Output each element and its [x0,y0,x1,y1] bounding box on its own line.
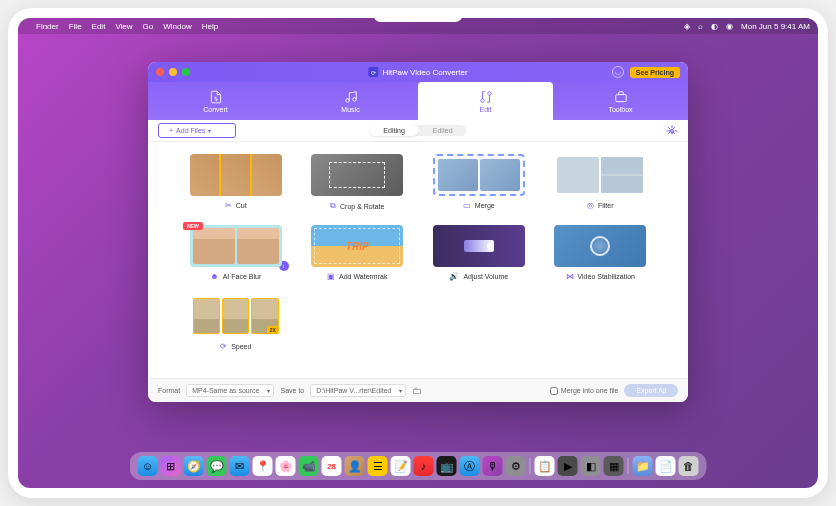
chevron-down-icon: ▾ [399,387,402,394]
search-icon[interactable]: ⌕ [698,22,703,31]
merge-thumbnail [433,154,525,196]
menubar-item[interactable]: Edit [92,22,106,31]
stabilize-icon: ⋈ [566,272,574,281]
filter-thumbnail [554,154,646,196]
tool-speed[interactable]: ⟳Speed [186,295,286,351]
app-title: HitPaw Video Converter [382,68,467,77]
dock-app-icon[interactable]: 📋 [535,456,555,476]
dock-file-icon[interactable]: 📄 [656,456,676,476]
control-center-icon[interactable]: ◐ [711,22,718,31]
main-tabs: Convert Music Edit Toolbox [148,82,688,120]
app-window: ⟳ HitPaw Video Converter ◡ See Pricing C… [148,62,688,402]
menubar-item[interactable]: Window [163,22,191,31]
menubar-item[interactable]: View [115,22,132,31]
dock-appstore-icon[interactable]: Ⓐ [460,456,480,476]
dock-podcasts-icon[interactable]: 🎙 [483,456,503,476]
tool-merge[interactable]: ▭Merge [429,154,529,211]
chevron-down-icon: ▾ [208,127,211,134]
dock-app-icon[interactable]: ◧ [581,456,601,476]
dock-safari-icon[interactable]: 🧭 [184,456,204,476]
app-logo-icon: ⟳ [368,67,378,77]
tab-edit[interactable]: Edit [418,82,553,120]
dock-app-icon[interactable]: ▦ [604,456,624,476]
music-icon [344,90,358,104]
convert-icon [209,90,223,104]
faceblur-thumbnail [190,225,282,267]
dock-trash-icon[interactable]: 🗑 [679,456,699,476]
volume-thumbnail [433,225,525,267]
tool-add-watermark[interactable]: TRIP ▣Add Watermrak [308,225,408,281]
dock-launchpad-icon[interactable]: ⊞ [161,456,181,476]
svg-point-0 [345,98,349,102]
watermark-icon: ▣ [327,272,335,281]
svg-point-3 [487,91,491,95]
watermark-thumbnail: TRIP [311,225,403,267]
svg-point-2 [480,98,484,102]
tool-cut[interactable]: ✂Cut [186,154,286,211]
merge-checkbox[interactable] [550,387,558,395]
folder-icon[interactable]: 🗀 [412,385,422,396]
tool-video-stabilization[interactable]: ⋈Video Stabilization [551,225,651,281]
add-files-button[interactable]: + Add Files ▾ [158,123,236,138]
subtab-editing[interactable]: Editing [369,125,418,136]
dock-app-icon[interactable]: ▶ [558,456,578,476]
sub-header: + Add Files ▾ Editing Edited [148,120,688,142]
menubar-app[interactable]: Finder [36,22,59,31]
speed-thumbnail [190,295,282,337]
macos-dock: ☺ ⊞ 🧭 💬 ✉ 📍 🌸 📹 28 👤 ☰ 📝 ♪ 📺 Ⓐ 🎙 ⚙ 📋 ▶ ◧… [130,452,707,480]
faceblur-icon: ☻ [210,272,218,281]
menubar-datetime[interactable]: Mon Jun 5 9:41 AM [741,22,810,31]
titlebar: ⟳ HitPaw Video Converter ◡ See Pricing [148,62,688,82]
stabilize-thumbnail [554,225,646,267]
dock-tv-icon[interactable]: 📺 [437,456,457,476]
dock-notes-icon[interactable]: 📝 [391,456,411,476]
cut-icon: ✂ [225,201,232,210]
dock-photos-icon[interactable]: 🌸 [276,456,296,476]
menubar-item[interactable]: Help [202,22,218,31]
plus-icon: + [169,127,173,134]
tool-adjust-volume[interactable]: 🔊Adjust Volume [429,225,529,281]
menubar-item[interactable]: Go [143,22,154,31]
siri-icon[interactable]: ◉ [726,22,733,31]
svg-rect-4 [615,94,626,101]
dock-downloads-icon[interactable]: 📁 [633,456,653,476]
user-icon[interactable]: ◡ [612,66,624,78]
dock-mail-icon[interactable]: ✉ [230,456,250,476]
see-pricing-button[interactable]: See Pricing [630,67,680,78]
export-all-button[interactable]: Export All [624,384,678,397]
saveto-select[interactable]: D:\HitPaw V...rter\Edited ▾ [310,384,406,397]
dock-finder-icon[interactable]: ☺ [138,456,158,476]
edit-icon [479,90,493,104]
speed-icon: ⟳ [220,342,227,351]
sub-tabs: Editing Edited [369,125,466,136]
tab-convert[interactable]: Convert [148,82,283,120]
tool-ai-face-blur[interactable]: NEW ↓ ☻AI Face Blur [186,225,286,281]
new-badge: NEW [183,222,203,230]
dock-calendar-icon[interactable]: 28 [322,456,342,476]
svg-point-1 [352,97,356,101]
crop-thumbnail [311,154,403,196]
dock-maps-icon[interactable]: 📍 [253,456,273,476]
maximize-button[interactable] [182,68,190,76]
tab-music[interactable]: Music [283,82,418,120]
dock-music-icon[interactable]: ♪ [414,456,434,476]
dock-facetime-icon[interactable]: 📹 [299,456,319,476]
subtab-edited[interactable]: Edited [419,125,467,136]
crop-icon: ⧉ [330,201,336,211]
menubar-item[interactable]: File [69,22,82,31]
tool-filter[interactable]: ◎Filter [551,154,651,211]
close-button[interactable] [156,68,164,76]
settings-icon[interactable] [666,125,678,137]
format-select[interactable]: MP4-Same as source ▾ [186,384,274,397]
dock-messages-icon[interactable]: 💬 [207,456,227,476]
saveto-label: Save to [280,387,304,394]
dock-contacts-icon[interactable]: 👤 [345,456,365,476]
footer-bar: Format MP4-Same as source ▾ Save to D:\H… [148,378,688,402]
tool-crop-rotate[interactable]: ⧉Crop & Rotate [308,154,408,211]
chevron-down-icon: ▾ [267,387,270,394]
minimize-button[interactable] [169,68,177,76]
wifi-icon[interactable]: ◈ [684,22,690,31]
dock-reminders-icon[interactable]: ☰ [368,456,388,476]
tab-toolbox[interactable]: Toolbox [553,82,688,120]
dock-settings-icon[interactable]: ⚙ [506,456,526,476]
